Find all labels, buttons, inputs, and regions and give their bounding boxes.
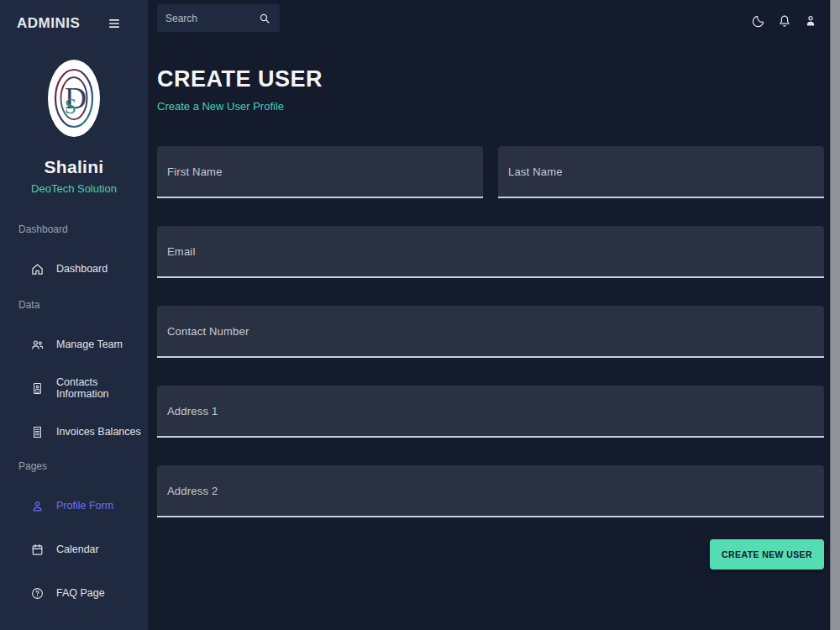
contact-number-label: Contact Number: [167, 325, 249, 338]
company-logo: D S: [48, 60, 100, 137]
sidebar-item-label: Dashboard: [56, 263, 108, 275]
address-2-label: Address 2: [167, 485, 218, 497]
search-input[interactable]: [165, 13, 258, 24]
topbar: [148, 0, 840, 32]
page-content: CREATE USER Create a New User Profile Fi…: [148, 66, 840, 570]
email-field[interactable]: Email: [157, 226, 824, 278]
user-icon[interactable]: [801, 12, 820, 30]
profile-name: Shalini: [0, 157, 148, 177]
page-subtitle: Create a New User Profile: [157, 100, 824, 113]
section-label-pages: Pages: [0, 460, 148, 472]
sidebar-item-calendar[interactable]: Calendar: [0, 538, 148, 561]
sidebar-item-label: Contacts Information: [56, 376, 148, 400]
sidebar-item-manage-team[interactable]: Manage Team: [0, 333, 148, 356]
address-1-label: Address 1: [167, 405, 218, 417]
search-icon[interactable]: [258, 11, 273, 26]
create-new-user-button[interactable]: CREATE NEW USER: [710, 539, 824, 570]
sidebar-header: ADMINIS: [0, 0, 148, 32]
sidebar: ADMINIS: [0, 0, 148, 630]
bell-icon[interactable]: [775, 12, 794, 30]
help-icon: [30, 586, 45, 601]
page-title: CREATE USER: [157, 66, 824, 92]
home-icon: [30, 262, 45, 276]
search-box[interactable]: [157, 4, 280, 32]
person-icon: [30, 499, 45, 513]
first-name-label: First Name: [167, 165, 223, 178]
svg-text:S: S: [65, 94, 76, 118]
email-label: Email: [167, 245, 196, 258]
topbar-icons: [749, 12, 820, 30]
calendar-icon: [30, 543, 45, 557]
main-area: CREATE USER Create a New User Profile Fi…: [148, 0, 840, 630]
contact-number-field[interactable]: Contact Number: [157, 306, 824, 358]
sidebar-item-label: Profile Form: [56, 500, 113, 512]
vertical-scrollbar[interactable]: [830, 0, 840, 630]
profile-logo-wrap: D S: [0, 60, 148, 137]
sidebar-item-profile-form[interactable]: Profile Form: [0, 494, 148, 517]
moon-icon[interactable]: [749, 12, 768, 30]
last-name-field[interactable]: Last Name: [498, 146, 824, 198]
address-1-field[interactable]: Address 1: [157, 386, 824, 438]
ds-monogram: D S: [48, 60, 100, 137]
brand-title: ADMINIS: [17, 15, 80, 32]
sidebar-item-label: Invoices Balances: [56, 426, 141, 438]
sidebar-item-invoices-balances[interactable]: Invoices Balances: [0, 420, 148, 444]
sidebar-item-dashboard[interactable]: Dashboard: [0, 257, 148, 281]
last-name-label: Last Name: [508, 165, 563, 178]
sidebar-item-label: Calendar: [56, 543, 99, 555]
section-label-data: Data: [0, 299, 148, 311]
first-name-field[interactable]: First Name: [157, 146, 483, 198]
receipt-icon: [30, 425, 45, 439]
section-label-dashboard: Dashboard: [0, 223, 148, 235]
sidebar-item-faq-page[interactable]: FAQ Page: [0, 581, 148, 605]
sidebar-item-label: FAQ Page: [56, 587, 105, 599]
contact-card-icon: [30, 381, 45, 396]
hamburger-menu-icon[interactable]: [106, 15, 123, 32]
sidebar-item-contacts-information[interactable]: Contacts Information: [0, 376, 148, 400]
create-user-form: First Name Last Name Email Contact Numbe…: [157, 146, 824, 570]
address-2-field[interactable]: Address 2: [157, 465, 824, 517]
profile-organization: DeoTech Solution: [0, 182, 148, 195]
sidebar-item-label: Manage Team: [56, 339, 123, 350]
people-icon: [30, 338, 45, 352]
